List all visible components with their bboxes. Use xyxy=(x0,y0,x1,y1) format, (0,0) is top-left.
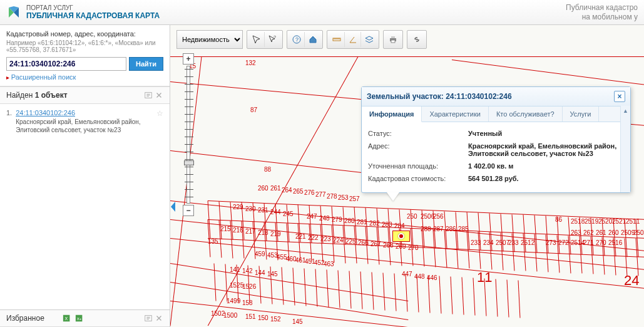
parcel-label: 152 xyxy=(270,316,281,323)
parcel-label: 215 xyxy=(220,226,231,232)
selected-parcel[interactable] xyxy=(392,231,410,242)
parcel-label: 1500 xyxy=(223,312,237,319)
tab-services[interactable]: Услуги xyxy=(563,106,600,122)
print-icon[interactable] xyxy=(385,32,401,47)
search-label: Кадастровый номер, адрес, координата: xyxy=(6,30,163,38)
export-excel-icon[interactable]: X xyxy=(62,314,72,323)
info-row: Уточненная площадь:1 402.00 кв. м xyxy=(368,160,624,172)
parcel-label: 2509 xyxy=(621,229,635,236)
parcel-label: 88 xyxy=(264,166,271,173)
parcel-label: 253 xyxy=(338,194,349,201)
parcel-label: 447 xyxy=(402,271,412,278)
favorites-header: Избранное X X+ xyxy=(0,309,170,327)
svg-text:X+: X+ xyxy=(76,316,81,321)
sidebar: Кадастровый номер, адрес, координата: На… xyxy=(0,25,170,327)
advanced-search-link[interactable]: Расширенный поиск xyxy=(6,73,76,81)
export-icon[interactable] xyxy=(144,91,153,100)
logo-icon xyxy=(6,5,21,20)
parcel-label: 2508 xyxy=(633,229,644,236)
ruler-icon[interactable] xyxy=(329,32,345,47)
map-area[interactable]: Недвижимость ? ? + xyxy=(170,25,644,327)
zoom-slider[interactable] xyxy=(187,66,190,204)
parcel-label: 460 xyxy=(286,256,297,262)
result-link[interactable]: 24:11:0340102:246 xyxy=(16,109,75,117)
link-icon[interactable] xyxy=(409,32,425,47)
export-icon[interactable] xyxy=(144,314,153,323)
svg-rect-12 xyxy=(391,40,395,43)
measure-angle-icon[interactable] xyxy=(345,32,361,47)
zoom-out-button[interactable]: − xyxy=(183,205,194,216)
parcel-label: 451 xyxy=(305,258,315,265)
result-item[interactable]: 1. 24:11:0340102:246 Красноярский край, … xyxy=(6,109,163,134)
parcel-label: 455 xyxy=(277,254,287,261)
parcel-label: 463 xyxy=(324,261,334,267)
layer-select[interactable]: Недвижимость xyxy=(176,30,243,49)
identify-tool-icon[interactable]: ? xyxy=(265,32,281,47)
zoom-in-button[interactable]: + xyxy=(183,53,194,65)
info-row: Кадастровая стоимость:564 501.28 руб. xyxy=(368,172,624,185)
parcel-label: 265 xyxy=(293,188,304,195)
parcel-label: 145 xyxy=(267,271,278,278)
zoom-handle[interactable] xyxy=(184,160,194,165)
parcel-label: 261 xyxy=(270,185,281,192)
info-row: Адрес:Красноярский край, Емельяновский р… xyxy=(368,140,624,160)
parcel-label: 453 xyxy=(267,252,278,259)
search-button[interactable]: Найти xyxy=(129,57,163,71)
info-scrollbar[interactable]: ▲ xyxy=(620,106,630,192)
header-title-block: ПОРТАЛ УСЛУГ ПУБЛИЧНАЯ КАДАСТРОВАЯ КАРТА xyxy=(26,4,566,20)
callout-pointer-icon xyxy=(387,192,399,201)
header-bar: ПОРТАЛ УСЛУГ ПУБЛИЧНАЯ КАДАСТРОВАЯ КАРТА… xyxy=(0,0,644,25)
parcel-label: 276 xyxy=(304,189,315,196)
parcel-label: 150 xyxy=(258,314,268,321)
scroll-up-icon[interactable]: ▲ xyxy=(621,106,630,116)
parcel-label: 234 xyxy=(483,239,494,246)
info-row: Статус:Учтенный xyxy=(368,127,624,140)
parcel-label: 2518 xyxy=(571,218,585,225)
favorite-star-icon[interactable]: ☆ xyxy=(156,109,163,134)
header-right: Публичная кадастро на мобильном у xyxy=(566,3,638,21)
tab-characteristics[interactable]: Характеристики xyxy=(422,106,489,122)
parcel-label: 459 xyxy=(255,251,265,257)
clear-icon[interactable] xyxy=(155,91,163,100)
parcel-label: 256 xyxy=(433,213,444,220)
select-tool-icon[interactable] xyxy=(248,32,265,47)
results-header: Найден 1 объект xyxy=(0,86,170,104)
parcel-label: 261 xyxy=(596,229,606,236)
layers-icon[interactable] xyxy=(361,32,377,47)
marker-icon xyxy=(398,233,404,239)
header-main: ПУБЛИЧНАЯ КАДАСТРОВАЯ КАРТА xyxy=(26,11,566,20)
parcel-label: 277 xyxy=(315,191,326,198)
svg-text:?: ? xyxy=(295,36,299,43)
svg-text:?: ? xyxy=(273,35,276,39)
info-panel: Земельный участок: 24:11:0340102:246 × И… xyxy=(361,86,631,193)
home-icon[interactable] xyxy=(305,32,321,47)
info-panel-header: Земельный участок: 24:11:0340102:246 × xyxy=(362,87,630,106)
info-tabs: Информация Характеристики Кто обслуживае… xyxy=(362,106,630,122)
parcel-label: 87 xyxy=(250,106,257,113)
parcel-label: 2520 xyxy=(598,218,612,225)
map-toolbar: Недвижимость ? ? xyxy=(176,30,427,49)
parcel-label: 257 xyxy=(349,195,360,202)
parcel-label: 151 xyxy=(245,313,256,320)
parcel-label: 250 xyxy=(407,213,417,220)
clear-icon[interactable] xyxy=(155,314,163,323)
parcel-label: 145 xyxy=(292,318,303,325)
svg-rect-11 xyxy=(391,36,395,38)
search-input[interactable] xyxy=(6,57,126,71)
close-icon[interactable]: × xyxy=(614,91,625,102)
info-body: Статус:Учтенный Адрес:Красноярский край,… xyxy=(362,122,630,192)
help-icon[interactable]: ? xyxy=(289,32,305,47)
svg-text:X: X xyxy=(64,316,68,321)
tab-info[interactable]: Информация xyxy=(362,106,422,122)
add-excel-icon[interactable]: X+ xyxy=(74,314,84,323)
collapse-sidebar-icon[interactable] xyxy=(170,200,176,214)
result-description: Красноярский край, Емельяновский район, … xyxy=(16,118,153,134)
result-number: 1. xyxy=(6,109,12,134)
header-sub: ПОРТАЛ УСЛУГ xyxy=(26,4,566,11)
search-hint: Например «61:6:10104:12», «61:6:*», «Мос… xyxy=(6,39,163,53)
info-panel-title: Земельный участок: 24:11:0340102:246 xyxy=(367,92,614,101)
zoom-control: + − xyxy=(183,53,194,216)
result-list: 1. 24:11:0340102:246 Красноярский край, … xyxy=(0,104,170,309)
parcel-label: 144 xyxy=(255,269,265,276)
tab-service[interactable]: Кто обслуживает? xyxy=(489,106,563,122)
